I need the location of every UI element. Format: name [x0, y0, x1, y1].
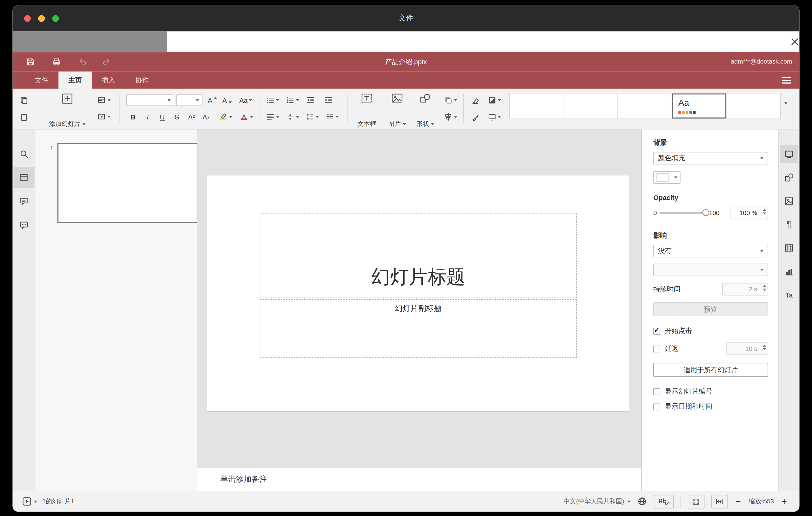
tab-collaboration[interactable]: 协作	[125, 71, 158, 89]
opacity-slider-knob[interactable]	[702, 209, 709, 216]
italic-button[interactable]: I	[141, 110, 154, 124]
highlight-color-button[interactable]	[216, 110, 235, 124]
fit-slide-button[interactable]	[688, 495, 704, 508]
increase-font-button[interactable]: A	[205, 93, 219, 107]
table-settings-button[interactable]	[780, 239, 798, 257]
font-name-combobox[interactable]	[126, 94, 174, 106]
checkbox-icon[interactable]	[654, 388, 660, 395]
numbering-button[interactable]	[284, 93, 300, 107]
effect-select[interactable]: 没有	[654, 245, 768, 257]
checkbox-icon[interactable]	[654, 345, 660, 352]
subtitle-placeholder[interactable]: 幻灯片副标题	[260, 299, 577, 357]
delay-checkbox[interactable]: 延迟	[654, 344, 678, 353]
preview-button[interactable]: 预览	[654, 302, 768, 316]
opacity-slider[interactable]	[660, 212, 706, 213]
vertical-align-button[interactable]	[284, 110, 300, 124]
slide-layout-button[interactable]	[95, 93, 113, 107]
subscript-button[interactable]: A₂	[199, 110, 213, 124]
tab-home[interactable]: 主页	[58, 71, 92, 89]
theme-gallery-expand-button[interactable]	[784, 104, 787, 114]
checkbox-icon[interactable]	[654, 403, 660, 410]
change-case-button[interactable]: Aa	[236, 93, 256, 107]
slide-thumbnail[interactable]	[57, 143, 198, 223]
horizontal-align-button[interactable]	[264, 110, 281, 124]
insert-image-button[interactable]: 图片	[384, 91, 410, 132]
zoom-traffic-button[interactable]	[52, 15, 59, 22]
fill-color-select[interactable]	[654, 171, 680, 184]
font-size-combobox[interactable]	[176, 94, 203, 106]
spellcheck-button[interactable]	[654, 495, 673, 508]
set-language-button[interactable]	[637, 496, 647, 507]
effect-option-select[interactable]	[654, 263, 768, 276]
notes-area[interactable]: 单击添加备注	[197, 468, 641, 491]
spin-down-icon[interactable]	[763, 348, 766, 350]
vertical-align-icon	[286, 113, 294, 121]
theme-thumbnail-1[interactable]	[510, 93, 564, 118]
opacity-spinner[interactable]: 100 %	[730, 207, 768, 220]
increase-indent-button[interactable]	[321, 93, 335, 107]
close-preview-button[interactable]	[788, 35, 800, 48]
paste-button[interactable]	[18, 110, 31, 124]
language-selector[interactable]: 中文(中华人民共和国)	[564, 497, 631, 506]
slides-panel-button[interactable]	[13, 167, 34, 188]
show-slide-number-checkbox[interactable]: 显示幻灯片编号	[654, 387, 768, 396]
shape-settings-button[interactable]	[780, 169, 798, 187]
delay-spinner[interactable]: 10 s	[727, 343, 768, 355]
fit-width-button[interactable]	[711, 495, 728, 508]
tab-file[interactable]: 文件	[25, 71, 58, 89]
zoom-out-button[interactable]: −	[735, 496, 742, 506]
superscript-button[interactable]: A²	[185, 110, 198, 124]
decrease-indent-button[interactable]	[303, 93, 317, 107]
spin-up-icon[interactable]	[763, 344, 766, 347]
title-placeholder[interactable]: 幻灯片标题	[260, 213, 577, 298]
comments-panel-button[interactable]	[13, 191, 34, 212]
bullets-button[interactable]	[264, 93, 281, 107]
line-spacing-button[interactable]	[303, 110, 320, 124]
add-slide-button[interactable]: 添加幻灯片	[42, 91, 93, 132]
start-slideshow-button[interactable]	[95, 110, 113, 124]
duration-spinner[interactable]: 2 s	[722, 283, 768, 296]
align-shape-button[interactable]	[441, 110, 459, 124]
copy-style-button[interactable]	[469, 110, 482, 124]
spin-up-icon[interactable]	[763, 209, 766, 211]
minimize-traffic-button[interactable]	[38, 15, 45, 22]
underline-button[interactable]: U	[155, 110, 169, 124]
textart-settings-button[interactable]: Ta	[780, 286, 798, 304]
duration-label: 持续时间	[654, 285, 680, 294]
theme-thumbnail-3[interactable]	[618, 93, 672, 118]
tab-insert[interactable]: 插入	[92, 71, 125, 89]
font-color-button[interactable]: A	[237, 110, 256, 124]
decrease-font-button[interactable]: A	[220, 93, 234, 107]
insert-textbox-button[interactable]: 文本框	[353, 91, 381, 132]
theme-thumbnail-selected[interactable]: Aa	[672, 93, 726, 118]
slide-size-button[interactable]	[485, 110, 503, 124]
spin-up-icon[interactable]	[763, 285, 766, 287]
chat-panel-button[interactable]	[13, 214, 34, 235]
close-traffic-button[interactable]	[24, 15, 31, 22]
menu-hamburger-icon[interactable]	[782, 77, 791, 84]
search-panel-button[interactable]	[13, 144, 34, 165]
strikethrough-button[interactable]: S	[170, 110, 183, 124]
columns-button[interactable]	[324, 110, 340, 124]
slide-settings-button[interactable]	[780, 145, 798, 163]
zoom-in-button[interactable]: +	[781, 496, 788, 506]
image-settings-button[interactable]	[780, 192, 798, 210]
spin-down-icon[interactable]	[763, 289, 766, 291]
start-slideshow-status-button[interactable]	[22, 496, 37, 507]
checkbox-checked-icon[interactable]	[654, 327, 660, 334]
insert-shape-button[interactable]: 形状	[412, 91, 438, 132]
chart-settings-button[interactable]	[780, 263, 798, 281]
copy-button[interactable]	[18, 93, 31, 107]
shape-fill-button[interactable]	[485, 93, 503, 107]
show-date-checkbox[interactable]: 显示日期和时间	[654, 402, 768, 411]
bold-button[interactable]: B	[126, 110, 140, 124]
theme-thumbnail-2[interactable]	[564, 93, 618, 118]
start-on-click-checkbox[interactable]: 开始点击	[654, 326, 768, 336]
paragraph-settings-button[interactable]: ¶	[780, 216, 798, 234]
apply-to-all-button[interactable]: 适用于所有幻灯片	[654, 363, 768, 377]
spin-down-icon[interactable]	[763, 212, 766, 214]
arrange-shape-button[interactable]	[441, 93, 459, 107]
clear-style-button[interactable]	[469, 93, 482, 107]
fill-type-select[interactable]: 颜色填充	[654, 152, 768, 165]
slide[interactable]: 幻灯片标题 幻灯片副标题	[207, 175, 629, 412]
